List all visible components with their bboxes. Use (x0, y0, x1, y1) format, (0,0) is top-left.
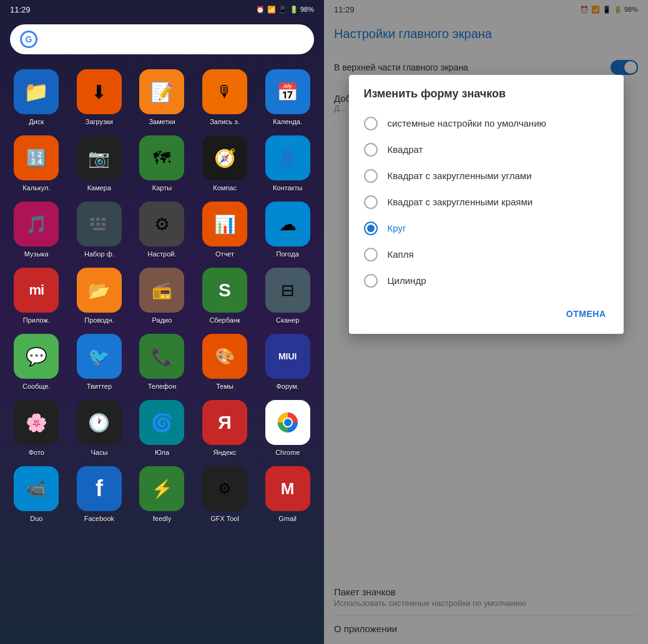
app-icon-chrome (265, 400, 310, 445)
svg-rect-3 (102, 218, 106, 221)
dialog-icon-shape: Изменить форму значков системные настрой… (349, 75, 624, 334)
app-label-messages: Сообще. (22, 383, 51, 390)
app-label-themes: Темы (216, 383, 233, 390)
option-cylinder-label: Цилиндр (388, 275, 426, 287)
app-icon-photos: 🌸 (14, 400, 59, 445)
option-system-label: системные настройки по умолчанию (388, 117, 546, 130)
app-label-sberbank: Сбербанк (209, 316, 240, 324)
app-icon-music: 🎵 (14, 202, 59, 246)
app-themes[interactable]: 🎨 Темы (194, 329, 257, 395)
app-icon-feedly: ⚡ (139, 466, 184, 511)
app-scanner[interactable]: ⊟ Сканер (256, 263, 319, 329)
app-report[interactable]: 📊 Отчет (194, 197, 257, 263)
app-calendar[interactable]: 📅 Календа. (256, 64, 319, 130)
app-label-contacts: Контакты (273, 184, 303, 192)
svg-rect-6 (102, 223, 106, 226)
svg-rect-7 (93, 228, 106, 230)
app-disk[interactable]: 📁 Диск (5, 64, 68, 130)
app-notes[interactable]: 📝 Заметки (130, 64, 194, 130)
app-label-duo: Duo (30, 515, 42, 522)
app-photos[interactable]: 🌸 Фото (5, 395, 68, 461)
svg-rect-2 (96, 218, 100, 221)
app-forum[interactable]: MIUI Форум. (256, 329, 319, 395)
app-label-phone: Телефон (148, 383, 177, 390)
app-label-scanner: Сканер (276, 316, 299, 324)
app-compass[interactable]: 🧭 Компас (194, 130, 257, 197)
app-calc[interactable]: 🔢 Калькул. (5, 130, 68, 197)
app-clock[interactable]: 🕐 Часы (68, 395, 131, 461)
app-feedly[interactable]: ⚡ feedly (130, 461, 194, 527)
app-icon-sberbank: S (202, 268, 247, 313)
app-yula[interactable]: 🌀 Юла (130, 395, 194, 461)
app-icon-scanner: ⊟ (265, 268, 310, 313)
app-duo[interactable]: 📹 Duo (5, 461, 68, 527)
option-circle[interactable]: Круг (349, 215, 624, 242)
app-icon-yandex: Я (202, 400, 247, 445)
app-label-keyboard: Набор ф. (84, 250, 114, 258)
app-icon-report: 📊 (202, 202, 247, 246)
app-twitter[interactable]: 🐦 Твиттер (68, 329, 131, 395)
left-panel: 11:29 ⏰ 📶 📱 🔋 98% G 📁 Диск ⬇ Загрузки 📝 … (0, 0, 324, 644)
app-apps[interactable]: mi Прилож. (5, 263, 68, 329)
app-chrome[interactable]: Chrome (256, 395, 319, 461)
dialog-footer: ОТМЕНА (349, 296, 624, 334)
option-cylinder[interactable]: Цилиндр (349, 268, 624, 294)
app-camera[interactable]: 📷 Камера (68, 130, 131, 197)
svg-rect-5 (96, 223, 100, 226)
app-yandex[interactable]: Я Яндекс (194, 395, 257, 461)
battery-icon: 🔋 98% (290, 6, 314, 14)
app-icon-themes: 🎨 (202, 334, 247, 379)
app-facebook[interactable]: f Facebook (68, 461, 131, 527)
app-icon-settings: ⚙ (139, 202, 184, 246)
svg-rect-4 (91, 223, 94, 226)
app-keyboard[interactable]: Набор ф. (68, 197, 131, 263)
app-icon-twitter: 🐦 (77, 334, 122, 379)
app-radio[interactable]: 📻 Радио (130, 263, 194, 329)
dialog-title: Изменить форму значков (349, 75, 624, 108)
app-label-yandex: Яндекс (214, 449, 237, 456)
app-gmail[interactable]: M Gmail (256, 461, 319, 527)
app-downloads[interactable]: ⬇ Загрузки (68, 64, 131, 130)
radio-system (364, 117, 378, 130)
search-bar[interactable]: G (10, 24, 314, 54)
svg-point-10 (283, 417, 293, 427)
app-label-facebook: Facebook (84, 515, 114, 522)
app-sberbank[interactable]: S Сбербанк (194, 263, 257, 329)
app-filemanager[interactable]: 📂 Проводн. (68, 263, 131, 329)
app-maps[interactable]: 🗺 Карты (130, 130, 194, 197)
app-weather[interactable]: ☁ Погода (256, 197, 319, 263)
option-square-rounded2[interactable]: Квадрат с закругленными краями (349, 189, 624, 215)
app-label-apps: Прилож. (23, 316, 50, 324)
app-icon-clock: 🕐 (77, 400, 122, 445)
app-settings[interactable]: ⚙ Настрой. (130, 197, 194, 263)
app-label-maps: Карты (152, 184, 172, 192)
app-icon-camera: 📷 (77, 135, 122, 180)
cancel-button[interactable]: ОТМЕНА (559, 304, 614, 324)
option-square[interactable]: Квадрат (349, 137, 624, 163)
option-system[interactable]: системные настройки по умолчанию (349, 110, 624, 137)
app-label-notes: Заметки (149, 118, 175, 125)
app-label-music: Музыка (24, 250, 49, 258)
app-label-forum: Форум. (276, 383, 298, 390)
radio-drop (364, 248, 378, 261)
app-recorder[interactable]: 🎙 Запись э. (194, 64, 257, 130)
radio-square (364, 143, 378, 157)
app-gfxtool[interactable]: ⚙ GFX Tool (194, 461, 257, 527)
app-music[interactable]: 🎵 Музыка (5, 197, 68, 263)
app-messages[interactable]: 💬 Сообще. (5, 329, 68, 395)
option-square-rounded[interactable]: Квадрат с закругленными углами (349, 163, 624, 189)
app-contacts[interactable]: 👤 Контакты (256, 130, 319, 197)
dialog-options: системные настройки по умолчанию Квадрат… (349, 108, 624, 296)
app-label-twitter: Твиттер (87, 383, 112, 390)
option-drop[interactable]: Капля (349, 242, 624, 268)
google-logo: G (20, 31, 37, 48)
app-icon-gfxtool: ⚙ (202, 466, 247, 511)
app-label-disk: Диск (29, 118, 44, 125)
app-phone[interactable]: 📞 Телефон (130, 329, 194, 395)
svg-point-8 (274, 409, 302, 436)
radio-square-rounded (364, 169, 378, 183)
radio-cylinder (364, 274, 378, 288)
app-icon-compass: 🧭 (202, 135, 247, 180)
app-label-clock: Часы (91, 449, 107, 456)
app-icon-messages: 💬 (14, 334, 59, 379)
